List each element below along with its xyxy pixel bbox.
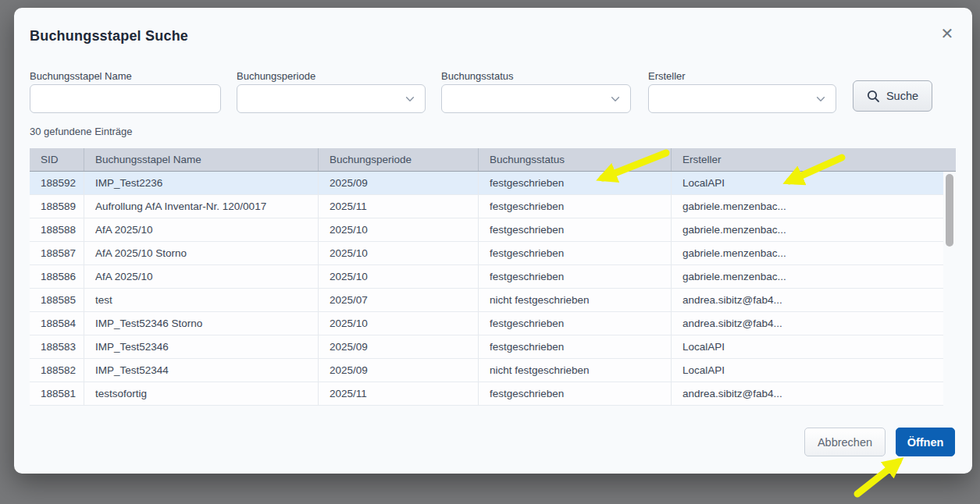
- table-row[interactable]: 188582 IMP_Test52344 2025/09 nicht festg…: [30, 359, 943, 382]
- table-row[interactable]: 188584 IMP_Test52346 Storno 2025/10 fest…: [30, 312, 943, 335]
- ersteller-field-label: Ersteller: [648, 70, 686, 82]
- table-row[interactable]: 188583 IMP_Test52346 2025/09 festgeschri…: [30, 335, 943, 359]
- cell-sid: 188581: [30, 382, 84, 405]
- cell-periode: 2025/10: [319, 312, 479, 335]
- cell-ersteller: LocalAPI: [672, 172, 943, 194]
- table-row[interactable]: 188585 test 2025/07 nicht festgeschriebe…: [30, 289, 943, 312]
- name-field-label: Buchungsstapel Name: [30, 70, 132, 82]
- buchungsstapel-name-input[interactable]: [30, 85, 220, 112]
- cell-periode: 2025/10: [319, 265, 479, 288]
- buchungsstapel-name-field: [30, 84, 221, 113]
- cell-status: festgeschrieben: [479, 265, 672, 288]
- open-button-label: Öffnen: [907, 436, 944, 449]
- cell-ersteller: gabriele.menzenbac...: [672, 195, 943, 218]
- buchungsperiode-select[interactable]: [237, 84, 426, 113]
- column-header-ersteller: Ersteller: [672, 148, 956, 171]
- cell-name: AfA 2025/10: [84, 265, 319, 288]
- chevron-down-icon: [404, 94, 415, 105]
- cell-name: IMP_Test52346 Storno: [84, 312, 319, 335]
- cell-sid: 188592: [30, 172, 84, 194]
- buchungsstapel-suche-dialog: Buchungsstapel Suche ✕ Buchungsstapel Na…: [14, 8, 972, 474]
- cell-sid: 188585: [30, 289, 84, 311]
- cell-status: festgeschrieben: [479, 312, 672, 335]
- cell-name: AfA 2025/10: [84, 218, 319, 241]
- open-button[interactable]: Öffnen: [896, 428, 955, 456]
- cell-ersteller: andrea.sibitz@fab4...: [672, 382, 943, 405]
- dialog-title: Buchungsstapel Suche: [30, 28, 188, 44]
- close-icon: ✕: [941, 25, 954, 42]
- cell-sid: 188587: [30, 242, 84, 264]
- table-row[interactable]: 188588 AfA 2025/10 2025/10 festgeschrieb…: [30, 218, 943, 242]
- cell-status: festgeschrieben: [479, 172, 672, 194]
- search-icon: [867, 90, 880, 103]
- cell-sid: 188586: [30, 265, 84, 288]
- table-header-row: SID Buchungsstapel Name Buchungsperiode …: [30, 148, 956, 172]
- column-header-periode: Buchungsperiode: [319, 148, 479, 171]
- cell-periode: 2025/09: [319, 172, 479, 194]
- cell-sid: 188589: [30, 195, 84, 218]
- chevron-down-icon: [815, 94, 826, 105]
- table-row[interactable]: 188589 Aufrollung AfA Inventar-Nr. 120/0…: [30, 195, 943, 218]
- table-row[interactable]: 188587 AfA 2025/10 Storno 2025/10 festge…: [30, 242, 943, 265]
- cell-sid: 188584: [30, 312, 84, 335]
- cell-sid: 188588: [30, 218, 84, 241]
- cell-periode: 2025/07: [319, 289, 479, 311]
- cell-sid: 188582: [30, 359, 84, 382]
- cell-status: nicht festgeschrieben: [479, 359, 672, 382]
- status-field-label: Buchungsstatus: [441, 70, 514, 82]
- cell-ersteller: LocalAPI: [672, 359, 943, 382]
- column-header-name: Buchungsstapel Name: [84, 148, 319, 171]
- search-button-label: Suche: [886, 90, 918, 102]
- cell-ersteller: LocalAPI: [672, 335, 943, 358]
- chevron-down-icon: [610, 94, 621, 105]
- cell-periode: 2025/09: [319, 359, 479, 382]
- cancel-button[interactable]: Abbrechen: [804, 428, 886, 456]
- cancel-button-label: Abbrechen: [818, 436, 872, 449]
- cell-periode: 2025/09: [319, 335, 479, 358]
- cell-status: festgeschrieben: [479, 195, 672, 218]
- column-header-sid: SID: [30, 148, 84, 171]
- cell-status: festgeschrieben: [479, 335, 672, 358]
- cell-name: AfA 2025/10 Storno: [84, 242, 319, 264]
- cell-periode: 2025/11: [319, 382, 479, 405]
- close-button[interactable]: ✕: [937, 23, 957, 44]
- cell-ersteller: andrea.sibitz@fab4...: [672, 289, 943, 311]
- table-body: 188592 IMP_Test2236 2025/09 festgeschrie…: [30, 172, 956, 406]
- column-header-status: Buchungsstatus: [479, 148, 672, 171]
- cell-status: festgeschrieben: [479, 242, 672, 264]
- ersteller-select[interactable]: [648, 84, 836, 113]
- cell-status: nicht festgeschrieben: [479, 289, 672, 311]
- cell-status: festgeschrieben: [479, 382, 672, 405]
- table-row[interactable]: 188586 AfA 2025/10 2025/10 festgeschrieb…: [30, 265, 943, 289]
- periode-field-label: Buchungsperiode: [237, 70, 315, 82]
- vertical-scrollbar-thumb[interactable]: [946, 174, 953, 247]
- table-row[interactable]: 188581 testsofortig 2025/11 festgeschrie…: [30, 382, 943, 406]
- cell-name: Aufrollung AfA Inventar-Nr. 120/0017: [84, 195, 319, 218]
- cell-periode: 2025/11: [319, 195, 479, 218]
- buchungsstatus-select[interactable]: [441, 84, 631, 113]
- cell-sid: 188583: [30, 335, 84, 358]
- cell-periode: 2025/10: [319, 218, 479, 241]
- cell-name: testsofortig: [84, 382, 319, 405]
- cell-name: IMP_Test2236: [84, 172, 319, 194]
- cell-status: festgeschrieben: [479, 218, 672, 241]
- cell-periode: 2025/10: [319, 242, 479, 264]
- cell-ersteller: gabriele.menzenbac...: [672, 242, 943, 264]
- cell-ersteller: gabriele.menzenbac...: [672, 218, 943, 241]
- table-row[interactable]: 188592 IMP_Test2236 2025/09 festgeschrie…: [30, 172, 943, 195]
- result-count: 30 gefundene Einträge: [30, 126, 133, 137]
- results-table: SID Buchungsstapel Name Buchungsperiode …: [30, 148, 956, 406]
- cell-ersteller: gabriele.menzenbac...: [672, 265, 943, 288]
- cell-name: IMP_Test52344: [84, 359, 319, 382]
- cell-ersteller: andrea.sibitz@fab4...: [672, 312, 943, 335]
- cell-name: IMP_Test52346: [84, 335, 319, 358]
- cell-name: test: [84, 289, 319, 311]
- search-button[interactable]: Suche: [853, 80, 932, 112]
